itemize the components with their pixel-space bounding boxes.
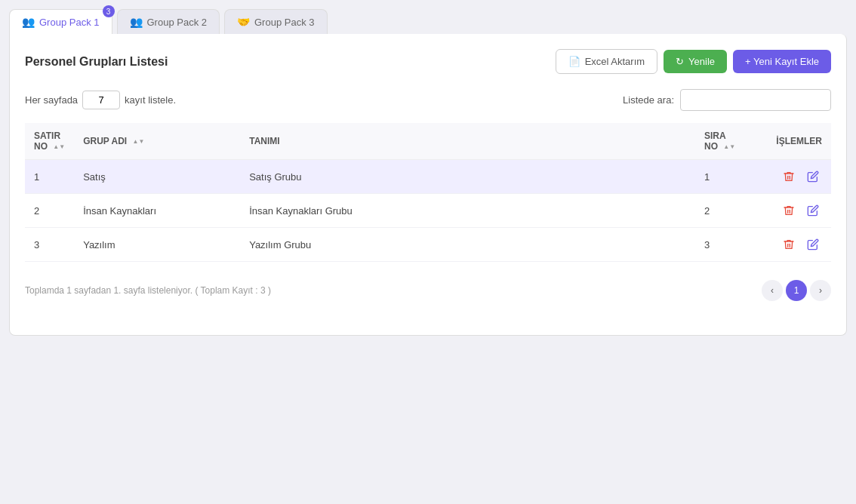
action-icons-0: [765, 167, 822, 186]
cell-grup-1: İnsan Kaynakları: [74, 194, 240, 228]
pagination-next[interactable]: ›: [810, 280, 831, 301]
refresh-icon: ↻: [676, 56, 684, 67]
table-row: 2İnsan Kaynaklarıİnsan Kaynakları Grubu2: [25, 194, 831, 228]
per-page-input[interactable]: [82, 91, 120, 109]
cell-islemler-1: [756, 194, 831, 228]
sort-sira-icon[interactable]: ▲▼: [723, 144, 735, 150]
col-satir-no: SATIRNO ▲▼: [25, 123, 74, 160]
add-record-button[interactable]: + Yeni Kayıt Ekle: [733, 50, 831, 73]
cell-satir-1: 2: [25, 194, 74, 228]
tab-badge-tab1: 3: [103, 5, 115, 17]
tab-tab3[interactable]: 🤝Group Pack 3: [224, 9, 328, 34]
content-header: Personel Grupları Listesi 📄 Excel Aktarı…: [25, 49, 831, 74]
edit-button-1[interactable]: [804, 201, 822, 220]
cell-satir-2: 3: [25, 228, 74, 262]
col-islemler: İŞLEMLER: [756, 123, 831, 160]
search-row: Listede ara:: [623, 89, 831, 111]
tab-icon-tab3: 🤝: [237, 16, 250, 28]
col-grup-adi: GRUP ADI ▲▼: [74, 123, 240, 160]
data-table: SATIRNO ▲▼ GRUP ADI ▲▼ TANIMI SIRANO ▲▼ …: [25, 123, 831, 262]
table-body: 1SatışSatış Grubu12İnsan Kaynaklarıİnsan…: [25, 160, 831, 262]
cell-grup-2: Yazılım: [74, 228, 240, 262]
table-row: 3YazılımYazılım Grubu3: [25, 228, 831, 262]
action-icons-1: [765, 201, 822, 220]
cell-grup-0: Satış: [74, 160, 240, 194]
edit-button-2[interactable]: [804, 235, 822, 254]
tab-icon-tab2: 👥: [130, 16, 143, 28]
controls-row: Her sayfada kayıt listele. Listede ara:: [25, 89, 831, 111]
header-buttons: 📄 Excel Aktarım ↻ Yenile + Yeni Kayıt Ek…: [556, 49, 831, 74]
tab-label-tab3: Group Pack 3: [254, 17, 315, 28]
tab-tab1[interactable]: 3👥Group Pack 1: [9, 9, 112, 34]
tab-icon-tab1: 👥: [22, 16, 35, 28]
search-label: Listede ara:: [623, 94, 674, 106]
sort-grup-icon[interactable]: ▲▼: [133, 139, 145, 145]
cell-sira-0: 1: [695, 160, 756, 194]
delete-button-0[interactable]: [780, 167, 798, 186]
col-tanim: TANIMI: [240, 123, 695, 160]
delete-button-1[interactable]: [780, 201, 798, 220]
per-page-control: Her sayfada kayıt listele.: [25, 91, 176, 109]
per-page-label-after: kayıt listele.: [125, 94, 176, 106]
tab-label-tab2: Group Pack 2: [147, 17, 208, 28]
cell-islemler-2: [756, 228, 831, 262]
cell-satir-0: 1: [25, 160, 74, 194]
pagination-prev[interactable]: ‹: [762, 280, 783, 301]
main-content: Personel Grupları Listesi 📄 Excel Aktarı…: [9, 34, 847, 336]
excel-export-button[interactable]: 📄 Excel Aktarım: [556, 49, 657, 74]
cell-sira-2: 3: [695, 228, 756, 262]
footer-row: Toplamda 1 sayfadan 1. sayfa listeleniyo…: [25, 274, 831, 301]
pagination: ‹ 1 ›: [762, 280, 831, 301]
edit-button-0[interactable]: [804, 167, 822, 186]
page-title: Personel Grupları Listesi: [25, 55, 168, 69]
cell-tanim-2: Yazılım Grubu: [240, 228, 695, 262]
tab-tab2[interactable]: 👥Group Pack 2: [117, 9, 220, 34]
search-input[interactable]: [680, 89, 831, 111]
cell-tanim-1: İnsan Kaynakları Grubu: [240, 194, 695, 228]
sort-satir-icon[interactable]: ▲▼: [53, 144, 65, 150]
delete-button-2[interactable]: [780, 235, 798, 254]
excel-icon: 📄: [568, 56, 580, 67]
page-numbers: 1: [786, 280, 807, 301]
cell-sira-1: 2: [695, 194, 756, 228]
cell-tanim-0: Satış Grubu: [240, 160, 695, 194]
per-page-label-before: Her sayfada: [25, 94, 78, 106]
tab-bar: 3👥Group Pack 1👥Group Pack 2🤝Group Pack 3: [0, 0, 856, 34]
refresh-button[interactable]: ↻ Yenile: [664, 50, 727, 73]
table-header: SATIRNO ▲▼ GRUP ADI ▲▼ TANIMI SIRANO ▲▼ …: [25, 123, 831, 160]
tab-label-tab1: Group Pack 1: [39, 17, 100, 28]
table-row: 1SatışSatış Grubu1: [25, 160, 831, 194]
col-sira-no: SIRANO ▲▼: [695, 123, 756, 160]
cell-islemler-0: [756, 160, 831, 194]
action-icons-2: [765, 235, 822, 254]
footer-info: Toplamda 1 sayfadan 1. sayfa listeleniyo…: [25, 285, 271, 296]
page-btn-1[interactable]: 1: [786, 280, 807, 301]
